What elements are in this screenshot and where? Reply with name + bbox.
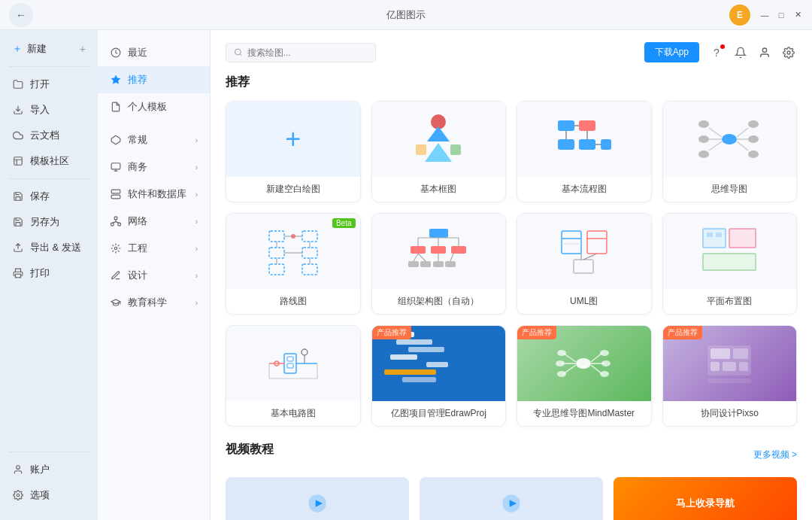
video-thumb-2[interactable] [420, 477, 603, 520]
svg-rect-84 [587, 231, 607, 254]
cat-item-software[interactable]: 软件和数据库 › [98, 181, 210, 208]
cat-item-education[interactable]: 教育科学 › [98, 289, 210, 316]
cloud-label: 云文档 [30, 129, 59, 142]
template-card-layout[interactable]: 平面布置图 [662, 213, 798, 315]
account-label: 账户 [30, 463, 50, 476]
doc-icon [110, 101, 122, 113]
user-icon[interactable] [756, 44, 773, 61]
sidebar-item-saveas[interactable]: 另存为 [0, 209, 98, 235]
cat-item-personal[interactable]: 个人模板 [98, 93, 210, 120]
sidebar-item-save[interactable]: 保存 [0, 184, 98, 209]
card-label-mindmap: 思维导图 [663, 177, 797, 202]
toolbar-right: 下载App ? [644, 42, 797, 62]
svg-line-77 [414, 254, 418, 261]
template-card-route[interactable]: Beta [226, 213, 361, 315]
sidebar-item-import[interactable]: 导入 [0, 97, 98, 123]
gear-icon[interactable] [780, 44, 797, 61]
svg-line-80 [450, 254, 453, 261]
sidebar-item-account[interactable]: 账户 [0, 457, 98, 482]
beta-badge: Beta [332, 218, 356, 228]
svg-rect-53 [269, 248, 284, 258]
svg-point-113 [556, 360, 565, 366]
template-card-org[interactable]: 组织架构图（自动） [371, 213, 507, 315]
svg-point-117 [600, 371, 609, 377]
card-preview-org [372, 214, 506, 289]
cat-item-general[interactable]: 常规 › [98, 126, 210, 154]
svg-rect-16 [118, 223, 121, 226]
video-thumb-1[interactable] [226, 477, 409, 520]
more-videos-link[interactable]: 更多视频 > [753, 449, 797, 461]
card-preview-circuit [226, 326, 360, 401]
export-label: 导出 & 发送 [30, 241, 81, 254]
svg-point-114 [557, 371, 566, 377]
svg-rect-119 [710, 348, 730, 359]
chevron-right-icon-5: › [195, 245, 198, 253]
template-card-pixso[interactable]: 产品推荐 协同设计Pixso [662, 325, 798, 427]
cat-business-label: 商务 [128, 160, 147, 174]
card-preview-edrawproj: 产品推荐 [372, 326, 506, 401]
divider-1 [9, 66, 89, 67]
maximize-button[interactable]: □ [776, 10, 786, 20]
card-label-mindmaster: 专业思维导图MindMaster [517, 401, 651, 426]
minimize-button[interactable]: — [759, 10, 770, 20]
bell-icon[interactable] [732, 44, 749, 61]
cat-item-network[interactable]: 网络 › [98, 208, 210, 235]
svg-point-112 [557, 350, 566, 356]
svg-point-40 [698, 120, 709, 128]
template-card-basic-frame[interactable]: 基本框图 [371, 101, 507, 202]
product-badge-edrawproj: 产品推荐 [372, 326, 411, 339]
cat-item-design[interactable]: 设计 › [98, 262, 210, 289]
template-card-new-blank[interactable]: + 新建空白绘图 [226, 101, 361, 202]
sidebar-item-open[interactable]: 打开 [0, 71, 98, 97]
template-card-edrawproj[interactable]: 产品推荐 亿图项目管理EdrawProj [371, 325, 507, 427]
svg-point-115 [600, 350, 609, 356]
svg-rect-11 [111, 195, 120, 199]
software-icon [110, 188, 122, 200]
back-button[interactable]: ← [9, 3, 33, 27]
sidebar-item-cloud[interactable]: 云文档 [0, 123, 98, 148]
template-card-basic-flow[interactable]: 基本流程图 [517, 101, 652, 202]
play-icon-1 [307, 493, 328, 514]
download-app-button[interactable]: 下载App [644, 42, 699, 62]
clock-icon [110, 47, 122, 59]
template-card-mindmaster[interactable]: 产品推荐 [517, 325, 652, 427]
template-card-circuit[interactable]: 基本电路图 [226, 325, 361, 427]
template-card-uml[interactable]: UML图 [517, 213, 652, 315]
sidebar-item-print[interactable]: 打印 [0, 260, 98, 286]
sidebar-item-settings[interactable]: 选项 [0, 482, 98, 508]
new-button-row[interactable]: ＋ 新建 + [0, 36, 98, 62]
video-thumb-3[interactable]: 马上收录导航 [614, 477, 797, 520]
avatar[interactable]: E [729, 5, 750, 26]
svg-point-3 [17, 494, 20, 497]
svg-rect-120 [733, 348, 748, 359]
account-icon [12, 464, 24, 476]
svg-line-19 [116, 222, 120, 224]
new-label: 新建 [27, 42, 47, 56]
cat-network-label: 网络 [128, 214, 147, 228]
cat-item-recommend[interactable]: 推荐 [98, 66, 210, 93]
new-plus-icon[interactable]: + [80, 43, 86, 55]
cat-item-recent[interactable]: 最近 [98, 39, 210, 66]
chevron-right-icon-4: › [195, 217, 198, 226]
layout-diagram-icon [699, 225, 759, 278]
cat-item-engineering[interactable]: 工程 › [98, 235, 210, 262]
svg-rect-29 [450, 144, 461, 155]
cat-item-business[interactable]: 商务 › [98, 154, 210, 181]
svg-rect-96 [287, 363, 293, 368]
svg-rect-34 [601, 139, 611, 150]
sidebar-item-export[interactable]: 导出 & 发送 [0, 235, 98, 260]
search-bar[interactable] [226, 43, 376, 62]
search-input[interactable] [247, 47, 368, 58]
svg-rect-52 [269, 231, 284, 242]
mindmap-diagram-icon [698, 113, 762, 166]
svg-rect-55 [302, 231, 317, 242]
chevron-right-icon-2: › [195, 163, 198, 172]
sidebar-item-template[interactable]: 模板社区 [0, 148, 98, 174]
print-label: 打印 [30, 266, 50, 280]
close-button[interactable]: ✕ [792, 10, 803, 20]
open-icon [12, 78, 24, 90]
route-diagram-icon [263, 225, 323, 278]
svg-rect-67 [431, 246, 446, 254]
question-icon[interactable]: ? [708, 44, 725, 61]
template-card-mindmap[interactable]: 思维导图 [662, 101, 798, 202]
